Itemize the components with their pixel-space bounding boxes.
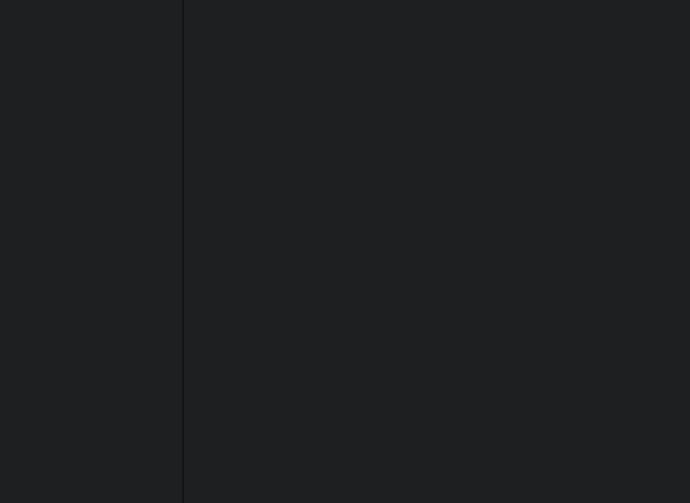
daw-window [0,0,690,503]
arrangement-area [186,0,690,503]
track-list-panel [0,0,184,503]
playhead-cursor[interactable] [201,0,202,503]
